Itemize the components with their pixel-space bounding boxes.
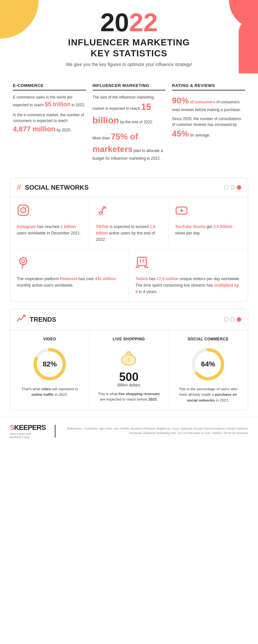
ecommerce-column: E-COMMERCE E-commerce sales in the world… [13,83,86,165]
trends-dot-2 [230,317,235,322]
twitch-cell: Twitch has 17.5 million unique visitors … [129,250,248,301]
skeepers-logo: SKEEPERS INFLUENCER MARKETING [10,423,48,439]
social-networks-header: # SOCIAL NETWORKS [10,178,248,197]
social-commerce-text: This is the percentage of users who have… [175,386,241,403]
social-commerce-percentage: 64% [201,360,215,368]
social-commerce-title: SOCIAL COMMERCE [175,337,241,341]
svg-rect-0 [18,205,28,215]
trends-dot-3 [237,317,241,322]
live-shop-unit: Billion dollars [96,383,162,387]
logo-s: S [10,423,14,431]
youtube-text: YouTube Shorts get 3.5 Billion views per… [175,223,241,236]
money-bag-icon: $ [96,346,162,369]
twitch-icon [135,256,241,272]
ecommerce-text1: E-commerce sales in the world are expect… [13,94,86,109]
video-cell: VIDEO 82% That's what video will represe… [10,330,89,410]
tiktok-cell: TikTok is expected to exceed 1,5 billion… [89,197,168,249]
rating-text2: Since 2020, the number of consultations … [172,116,245,140]
twitch-text: Twitch has 17.5 million unique visitors … [135,276,241,295]
svg-point-1 [21,208,26,213]
rating-text1: 90% of consumers of consumers read revie… [172,94,245,113]
pinterest-text: The inspiration platform Pinterest has o… [17,276,122,289]
influencer-text2: More than 75% of marketers plan to alloc… [93,130,166,161]
footer-section: SKEEPERS INFLUENCER MARKETING References… [0,417,258,445]
stats-section: E-COMMERCE E-commerce sales in the world… [0,73,258,174]
rating-title: RATING & REVIEWS [172,83,245,90]
video-circle: 82% [32,346,67,382]
social-networks-title: SOCIAL NETWORKS [25,184,220,191]
tiktok-icon [96,204,162,220]
footer-references: References : Accenture, App Annie, Avis … [62,427,248,435]
svg-point-2 [25,207,27,208]
trends-card: TRENDS VIDEO 82% That's what video will … [10,308,248,410]
svg-rect-6 [137,257,146,266]
trends-grid: VIDEO 82% That's what video will represe… [10,330,248,410]
social-commerce-circle: 64% [190,346,226,382]
influencer-text1: The size of the influencer marketing mar… [93,94,166,127]
live-shopping-cell: LIVE SHOPPING $ 500 Billion dollars This… [89,330,168,410]
logo-text: SKEEPERS [10,423,46,432]
live-shopping-title: LIVE SHOPPING [96,337,162,341]
hashtag-icon: # [17,183,21,192]
trends-icon [17,314,26,325]
window-dots [224,185,241,190]
influencer-column: INFLUENCER MARKETING The size of the inf… [93,83,166,165]
year-display: 2022 [6,10,252,35]
tiktok-text: TikTok is expected to exceed 1,5 billion… [96,223,162,243]
trends-dot-1 [224,317,228,322]
logo-rest: KEEPERS [14,423,46,431]
video-title: VIDEO [17,337,83,341]
svg-point-4 [20,258,27,265]
live-shop-number: 500 [96,371,162,383]
instagram-icon [17,204,83,220]
social-networks-card: # SOCIAL NETWORKS Instagram has reached … [10,177,248,302]
pinterest-cell: The inspiration platform Pinterest has o… [10,250,129,301]
dot-3 [237,185,241,190]
year-suffix: 22 [129,8,158,37]
svg-text:$: $ [128,357,130,362]
social-grid-bottom: The inspiration platform Pinterest has o… [10,250,248,301]
video-text: That's what video will represent in onli… [17,386,83,398]
year-prefix: 20 [100,8,129,37]
live-shop-text: This is what live shopping revenues are … [96,391,162,402]
trends-title: TRENDS [30,316,220,323]
ecommerce-text2: In the e-commerce market, the number of … [13,112,86,134]
logo-subtitle: INFLUENCER MARKETING [10,432,32,439]
svg-point-5 [22,260,25,263]
youtube-icon [175,204,241,220]
youtube-cell: YouTube Shorts get 3.5 Billion views per… [169,197,248,249]
influencer-title: INFLUENCER MARKETING [93,83,166,90]
pinterest-icon [17,256,122,272]
social-grid-top: Instagram has reached 2 billion users wo… [10,197,248,250]
main-title: INFLUENCER MARKETING KEY STATISTICS [6,37,252,59]
ecommerce-title: E-COMMERCE [13,83,86,90]
header-section: 2022 INFLUENCER MARKETING KEY STATISTICS… [0,0,258,73]
instagram-cell: Instagram has reached 2 billion users wo… [10,197,89,249]
trends-header: TRENDS [10,309,248,330]
trends-dots [224,317,241,322]
instagram-text: Instagram has reached 2 billion users wo… [17,223,83,236]
video-percentage: 82% [43,360,57,368]
subtitle: We give you the key figures to optimize … [6,62,252,67]
dot-2 [230,185,235,190]
dot-1 [224,185,228,190]
footer-divider [55,425,55,438]
social-commerce-cell: SOCIAL COMMERCE 64% This is the percenta… [169,330,248,410]
rating-column: RATING & REVIEWS 90% of consumers of con… [172,83,245,165]
